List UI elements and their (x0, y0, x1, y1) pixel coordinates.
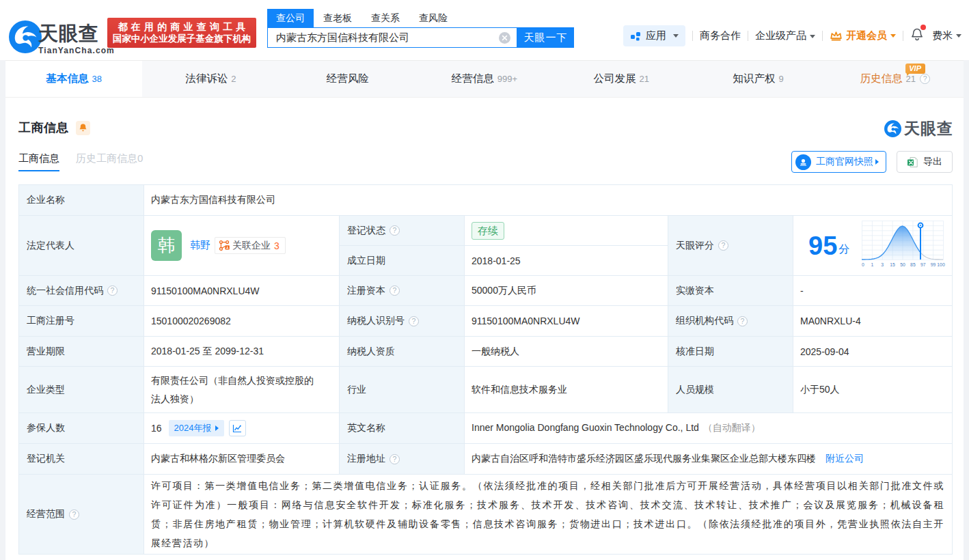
chart-tick: 97 (920, 262, 926, 267)
term-label: 营业期限 (19, 337, 144, 367)
tab-legal-proceedings[interactable]: 法律诉讼 2 (142, 61, 279, 97)
excel-icon (907, 156, 918, 168)
search-tab-risk[interactable]: 查风险 (409, 9, 457, 27)
address-value: 内蒙古自治区呼和浩特市盛乐经济园区盛乐现代服务业集聚区企业总部大楼东四楼 (472, 453, 816, 465)
tab-basic-info[interactable]: 基本信息 38 (5, 61, 142, 97)
help-icon[interactable]: ? (390, 225, 400, 236)
export-button[interactable]: 导出 (897, 151, 953, 173)
menu-divider (748, 31, 748, 41)
nearby-companies-link[interactable]: 附近公司 (825, 453, 864, 465)
tianyancha-logo-icon[interactable] (9, 20, 42, 53)
business-scope-value: 许可项目：第一类增值电信业务；第二类增值电信业务；认证服务。（依法须经批准的项目… (144, 475, 953, 555)
table-row: 登记机关 内蒙古和林格尔新区管理委员会 注册地址? 内蒙古自治区呼和浩特市盛乐经… (19, 444, 953, 475)
related-companies-icon (219, 240, 230, 251)
company-type-label: 企业类型 (19, 367, 144, 413)
user-name: 费米 (932, 29, 953, 42)
tab-history-info[interactable]: 历史信息 21 ? VIP (827, 61, 964, 97)
business-scope-label: 经营范围? (19, 475, 144, 555)
tab-intellectual-property-label: 知识产权 (733, 72, 775, 86)
company-type-value: 有限责任公司（非自然人投资或控股的法人独资） (144, 367, 340, 413)
approve-date-value: 2025-09-04 (793, 337, 953, 367)
reg-status-label: 登记状态? (340, 216, 465, 246)
chart-tick: 15 (890, 262, 895, 267)
tab-company-development[interactable]: 公司发展 21 (553, 61, 690, 97)
tab-operating-risk[interactable]: 经营风险 (279, 61, 416, 97)
help-icon[interactable]: ? (390, 454, 400, 464)
tab-company-development-count: 21 (640, 74, 649, 84)
insured-trend-button[interactable] (229, 420, 246, 436)
establish-date-label: 成立日期 (340, 246, 465, 276)
brand-name: 天眼查 (38, 23, 115, 44)
user-menu[interactable]: 费米 (932, 29, 961, 42)
legal-rep-link[interactable]: 韩野 (190, 239, 210, 252)
chart-tick: 0 (862, 262, 864, 267)
apps-menu[interactable]: 应用 (623, 25, 685, 46)
help-icon[interactable]: ? (107, 285, 118, 296)
table-row: 工商注册号 150100020269082 纳税人识别号? 91150100MA… (19, 306, 953, 337)
search-area: 查公司 查老板 查关系 查风险 天眼一下 (267, 9, 574, 48)
cooperation-menu[interactable]: 商务合作 (700, 29, 741, 42)
annual-report-badge[interactable]: 2024年报 (169, 420, 224, 436)
subscribe-bell-button[interactable] (76, 121, 90, 135)
industry-value: 软件和信息技术服务业 (465, 367, 668, 413)
notifications-button[interactable] (910, 27, 924, 44)
address-label-text: 注册地址 (347, 453, 385, 465)
company-name-value: 内蒙古东方国信科技有限公司 (144, 185, 953, 216)
industry-label: 行业 (340, 367, 465, 413)
menu-divider (822, 31, 823, 41)
tab-intellectual-property[interactable]: 知识产权 9 (690, 61, 826, 97)
help-icon[interactable]: ? (737, 316, 748, 326)
reg-capital-value: 50000万人民币 (465, 276, 668, 306)
official-snapshot-label: 工商官网快照 (816, 156, 873, 168)
enterprise-menu[interactable]: 企业级产品 (755, 29, 815, 42)
score-label-text: 天眼评分 (676, 240, 714, 252)
tab-business-info[interactable]: 经营信息 999+ (416, 61, 553, 97)
chevron-down-icon (810, 35, 815, 38)
subtab-history-registration[interactable]: 历史工商信息0 (76, 152, 143, 171)
help-icon[interactable]: ? (409, 316, 419, 326)
tab-legal-proceedings-count: 2 (231, 74, 236, 84)
help-icon[interactable]: ? (718, 240, 728, 251)
reg-status-label-text: 登记状态 (347, 225, 385, 237)
vip-upgrade-menu[interactable]: 开通会员 (830, 29, 896, 42)
table-row: 企业类型 有限责任公司（非自然人投资或控股的法人独资） 行业 软件和信息技术服务… (19, 367, 953, 413)
brand-block[interactable]: 天眼查 TianYanCha.com (38, 23, 115, 55)
reg-number-label: 工商注册号 (19, 306, 144, 337)
help-icon[interactable]: ? (390, 285, 400, 296)
related-companies-badge[interactable]: 关联企业 3 (215, 237, 286, 254)
official-snapshot-button[interactable]: 工商官网快照 (791, 151, 886, 173)
chart-tick: 50 (900, 262, 905, 267)
tab-history-info-label: 历史信息 (860, 72, 903, 86)
search-tab-relation[interactable]: 查关系 (361, 9, 409, 27)
reg-capital-label: 注册资本? (340, 276, 465, 306)
section-subtabs: 工商信息 历史工商信息0 (18, 152, 159, 171)
clear-search-icon[interactable] (499, 32, 510, 44)
brand-domain: TianYanCha.com (38, 46, 115, 55)
chart-tick: 85 (910, 262, 916, 267)
table-row: 营业期限 2018-01-25 至 2099-12-31 纳税人资质 一般纳税人… (19, 337, 953, 367)
promo-banner: 都在用的商业查询工具 国家中小企业发展子基金旗下机构 (107, 18, 256, 48)
search-button[interactable]: 天眼一下 (517, 27, 574, 48)
arrow-right-icon (215, 425, 219, 431)
taxpayer-id-label: 纳税人识别号? (340, 306, 465, 337)
taxpayer-quality-label: 纳税人资质 (340, 337, 465, 367)
subtab-business-registration[interactable]: 工商信息 (18, 152, 59, 171)
help-icon[interactable]: ? (920, 74, 930, 84)
table-row: 参保人数 16 2024年报 英文名称 Inner Mongolia (19, 413, 953, 444)
help-icon[interactable]: ? (69, 509, 79, 520)
taxpayer-quality-value: 一般纳税人 (465, 337, 668, 367)
search-tab-company[interactable]: 查公司 (267, 9, 314, 27)
search-input[interactable] (276, 32, 496, 44)
english-name-label: 英文名称 (340, 413, 465, 444)
chart-tick: 3 (881, 262, 884, 267)
company-name-label: 企业名称 (19, 185, 144, 216)
score-value: 95 (808, 233, 837, 259)
menu-divider (692, 31, 693, 41)
business-info-card: 工商信息 天眼查 工商信息 历史工商信息0 (5, 98, 964, 560)
search-tab-boss[interactable]: 查老板 (314, 9, 361, 27)
status-badge: 存续 (472, 222, 504, 240)
legal-rep-avatar[interactable]: 韩 (151, 230, 182, 261)
export-label: 导出 (923, 156, 942, 168)
tab-basic-info-count: 38 (92, 74, 101, 84)
search-tabs: 查公司 查老板 查关系 查风险 (267, 9, 574, 27)
